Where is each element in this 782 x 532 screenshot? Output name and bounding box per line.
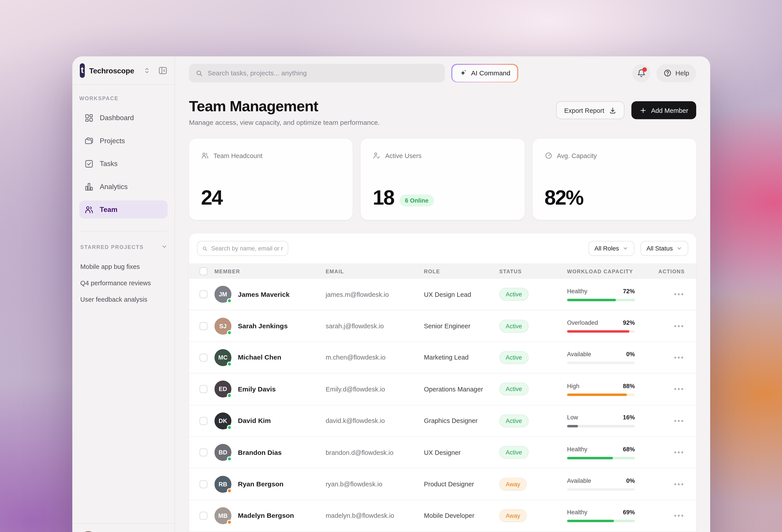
presence-dot — [227, 393, 232, 398]
ellipsis-icon — [678, 325, 680, 327]
member-name: Sarah Jenkings — [238, 322, 288, 330]
workload-label: Healthy — [567, 509, 588, 516]
table-row[interactable]: MC Michael Chen m.chen@flowdesk.io Marke… — [189, 342, 696, 374]
row-actions-menu[interactable] — [637, 293, 695, 295]
workload-bar-fill — [567, 520, 614, 522]
help-button[interactable]: Help — [656, 64, 696, 82]
starred-project-item[interactable]: User feedback analysis — [80, 291, 168, 308]
sidebar-item-dashboard[interactable]: Dashboard — [79, 109, 168, 127]
chevrons-up-down-icon[interactable] — [143, 67, 151, 74]
table-row[interactable]: ED Emily Davis Emily.d@flowdesk.io Opera… — [189, 374, 696, 405]
chevron-down-icon[interactable] — [161, 243, 168, 250]
table-row[interactable]: JM James Maverick james.m@flowdesk.io UX… — [189, 279, 696, 311]
chevron-down-icon — [676, 245, 682, 251]
sidebar-item-analytics[interactable]: Analytics — [79, 178, 168, 196]
member-email: sarah.j@flowdesk.io — [326, 322, 424, 330]
status-badge: Away — [499, 477, 527, 491]
workload-bar-fill — [567, 393, 627, 396]
starred-project-item[interactable]: Mobile app bug fixes — [80, 258, 168, 275]
table-search-input[interactable] — [211, 245, 283, 252]
member-cell: SJ Sarah Jenkings — [215, 317, 326, 334]
workload-bar-fill — [567, 425, 578, 428]
starred-project-item[interactable]: Q4 performance reviews — [80, 275, 168, 291]
row-checkbox[interactable] — [200, 417, 208, 425]
row-checkbox[interactable] — [200, 511, 208, 520]
avatar: BD — [215, 444, 232, 461]
workload-bar — [567, 362, 635, 364]
help-label: Help — [675, 69, 689, 77]
row-checkbox[interactable] — [200, 354, 208, 361]
row-checkbox[interactable] — [200, 449, 208, 456]
global-search-input[interactable] — [208, 69, 438, 77]
table-row[interactable]: SJ Sarah Jenkings sarah.j@flowdesk.io Se… — [189, 310, 696, 342]
row-actions-menu[interactable] — [637, 420, 695, 422]
ellipsis-icon — [678, 357, 680, 359]
status-badge: Active — [499, 351, 528, 364]
row-checkbox[interactable] — [200, 480, 208, 488]
stat-label: Avg. Capacity — [557, 152, 597, 159]
starred-projects-section: STARRED PROJECTS Mobile app bug fixes Q4… — [72, 232, 174, 308]
ellipsis-icon — [681, 452, 683, 454]
member-cell: ED Emily Davis — [215, 381, 326, 398]
add-member-button[interactable]: Add Member — [631, 101, 696, 119]
workload-label: High — [567, 382, 579, 389]
row-checkbox[interactable] — [200, 385, 208, 393]
sidebar-item-label: Projects — [100, 137, 125, 145]
table-row[interactable]: RB Ryan Bergson ryan.b@flowdesk.io Produ… — [189, 469, 696, 500]
row-actions-menu[interactable] — [637, 388, 695, 390]
member-cell: DK David Kim — [215, 412, 326, 429]
column-header-email: EMAIL — [326, 268, 424, 274]
table-row[interactable]: DK David Kim david.k@flowdesk.io Graphic… — [189, 405, 696, 437]
table-header-row: MEMBER EMAIL ROLE STATUS WORKLOAD CAPACI… — [189, 263, 696, 279]
sparkle-icon — [459, 69, 467, 77]
row-actions-menu[interactable] — [637, 325, 695, 327]
notifications-bell-icon[interactable] — [633, 64, 650, 82]
member-email: brandon.d@flowdesk.io — [326, 449, 424, 456]
roles-filter-dropdown[interactable]: All Roles — [589, 241, 635, 256]
column-header-actions: ACTIONS — [637, 268, 695, 274]
page-header-text: Team Management Manage access, view capa… — [189, 98, 380, 126]
table-search[interactable] — [197, 241, 288, 256]
ai-command-button[interactable]: AI Command — [451, 64, 518, 82]
row-actions-menu[interactable] — [637, 483, 695, 485]
export-report-label: Export Report — [564, 106, 604, 114]
dashboard-icon — [84, 113, 94, 122]
status-cell: Active — [499, 319, 567, 332]
ellipsis-icon — [678, 420, 680, 422]
status-filter-dropdown[interactable]: All Status — [640, 241, 688, 256]
sidebar-item-tasks[interactable]: Tasks — [79, 155, 168, 173]
global-search[interactable] — [189, 64, 445, 82]
workload-cell: Overloaded 92% — [567, 319, 637, 333]
member-role: Graphics Designer — [424, 417, 499, 425]
sidebar-collapse-icon[interactable] — [158, 66, 168, 75]
sidebar-item-projects[interactable]: Projects — [79, 132, 168, 150]
workspace-label: WORKSPACE — [79, 95, 168, 101]
topbar: AI Command Help — [189, 64, 696, 82]
workspace-nav: Dashboard Projects Tasks Analytics — [79, 109, 168, 219]
member-role: Mobile Developer — [424, 512, 499, 519]
member-name: James Maverick — [238, 291, 289, 298]
select-all-checkbox[interactable] — [200, 267, 208, 275]
status-cell: Away — [499, 509, 567, 522]
workload-percent: 69% — [623, 509, 635, 516]
workload-bar-fill — [567, 330, 629, 333]
export-report-button[interactable]: Export Report — [556, 101, 624, 119]
stat-card-avg-capacity: Avg. Capacity 82% — [532, 139, 696, 220]
workload-cell: Available 0% — [567, 351, 637, 364]
presence-dot — [227, 361, 232, 367]
avatar: MC — [215, 349, 232, 366]
sidebar-item-team[interactable]: Team — [79, 201, 168, 219]
workspace-switcher[interactable]: t Techroscope — [72, 56, 174, 85]
table-filter-bar: All Roles All Status — [189, 234, 696, 263]
row-actions-menu[interactable] — [637, 452, 695, 454]
avatar: JM — [215, 286, 232, 303]
presence-dot — [227, 488, 232, 493]
row-checkbox[interactable] — [200, 322, 208, 330]
row-actions-menu[interactable] — [637, 357, 695, 359]
current-user-card[interactable]: MD Mike Daniels Product Manager — [72, 523, 174, 532]
table-row[interactable]: MB Madelyn Bergson madelyn.b@flowdesk.io… — [189, 500, 696, 532]
row-checkbox[interactable] — [200, 290, 208, 298]
row-actions-menu[interactable] — [637, 515, 695, 517]
table-row[interactable]: BD Brandon Dias brandon.d@flowdesk.io UX… — [189, 437, 696, 469]
sidebar-item-label: Dashboard — [100, 114, 134, 122]
